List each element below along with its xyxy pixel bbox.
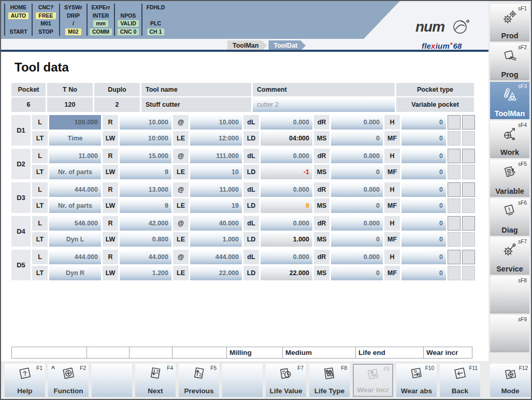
cell-label: LE <box>173 131 189 146</box>
cell-value-life-warning[interactable]: 9 <box>261 198 312 213</box>
life-value-button[interactable]: F7 Life Value <box>266 364 306 397</box>
cell-value[interactable]: 0.000 <box>331 149 383 163</box>
cell-value[interactable]: 0 <box>331 131 383 146</box>
breadcrumb-toolman[interactable]: ToolMan <box>227 40 267 51</box>
mode-button[interactable]: F12 Mode <box>490 364 530 397</box>
svg-text:D: D <box>414 369 417 373</box>
cell-label: dR <box>314 216 329 231</box>
cell-value-selected[interactable]: 100.000 <box>49 115 101 130</box>
cell-value[interactable]: 0.000 <box>331 216 383 231</box>
wear-abs-button[interactable]: F10 D Wear abs <box>396 364 437 397</box>
status-column: HOME AUTO START <box>4 4 32 36</box>
cell-value[interactable]: 10 <box>190 165 242 179</box>
cell-value[interactable]: Dyn L <box>49 232 101 247</box>
cell-value[interactable]: 444.000 <box>49 182 101 197</box>
cell-value[interactable]: 0 <box>401 250 446 264</box>
sidebar-item-variable[interactable]: sF5 Variable <box>490 160 529 197</box>
cell-value[interactable]: 0.000 <box>331 250 383 264</box>
cell-value[interactable]: 10.000 <box>190 115 242 130</box>
cell-value[interactable]: 42.000 <box>120 216 171 231</box>
cell-value[interactable]: 10:000 <box>120 131 171 146</box>
cell-value[interactable]: 0 <box>401 115 446 130</box>
cell-value[interactable]: 0 <box>331 232 383 247</box>
cell-label: LW <box>103 131 118 146</box>
cell-value[interactable]: 9 <box>120 165 171 179</box>
breadcrumb-tooldat[interactable]: ToolDat <box>268 40 306 51</box>
status-cell-ok: COMM <box>88 28 114 36</box>
cell-value[interactable]: Time <box>49 131 101 146</box>
cell-value-life-negative[interactable]: -1 <box>261 165 312 179</box>
cell-label: R <box>103 216 118 231</box>
cell-label: H <box>384 216 400 231</box>
cell-value[interactable]: 10.000 <box>120 115 171 130</box>
tool-header-table: Pocket T No Duplo Tool name Comment Pock… <box>11 83 474 111</box>
cell-value[interactable]: 546.000 <box>49 216 101 231</box>
cell-value[interactable]: 444.000 <box>49 250 101 264</box>
life-type-button[interactable]: F8 Life Type <box>309 364 350 397</box>
cell-value[interactable]: 40.000 <box>190 216 242 231</box>
cell-value[interactable]: 0 <box>401 149 446 163</box>
status-cell: EXPErr <box>88 4 114 12</box>
cell-value[interactable]: 0 <box>331 198 383 213</box>
help-button[interactable]: F1 ? Help <box>5 364 45 397</box>
cell-value[interactable]: 11.000 <box>190 182 242 197</box>
cell-value[interactable]: 0.000 <box>331 182 383 197</box>
previous-button[interactable]: F5 Previous <box>179 364 219 397</box>
cell-value[interactable]: 13.000 <box>120 182 171 197</box>
cell-label: @ <box>173 250 189 264</box>
flag-cell <box>462 182 475 197</box>
sidebar-item-prod[interactable]: sF1 Prod <box>490 4 529 41</box>
cell-value[interactable]: 444.000 <box>190 250 242 264</box>
cell-value[interactable]: 9 <box>120 198 171 213</box>
cell-value[interactable]: Dyn R <box>49 266 101 280</box>
sidebar-item-prog[interactable]: sF2 Prog <box>490 43 529 80</box>
flag-cell <box>462 266 475 280</box>
correction-group-d4: D4 L 546.000 R 42.000 @ 40.000 dL 0.000 … <box>11 216 475 247</box>
cell-value[interactable]: 0.000 <box>331 115 383 130</box>
cell-label: dL <box>243 149 259 163</box>
sidebar-item-work[interactable]: sF4 Work <box>490 121 529 158</box>
sidebar-item-diag[interactable]: sF6 ! Diag <box>490 198 529 236</box>
cell-value[interactable]: 1.200 <box>120 266 171 280</box>
cell-value[interactable]: 19 <box>190 198 242 213</box>
flag-cell <box>462 216 475 231</box>
cell-value[interactable]: 0 <box>401 165 446 179</box>
cell-value[interactable]: Nr. of parts <box>49 165 101 179</box>
cell-value-life[interactable]: 1.000 <box>261 232 312 247</box>
cell-value[interactable]: 111.000 <box>190 149 242 163</box>
sidebar-item-service[interactable]: sF7 Service <box>490 237 529 275</box>
cell-value[interactable]: 44.000 <box>120 250 171 264</box>
next-button[interactable]: F4 Next <box>135 364 176 397</box>
cell-value-life[interactable]: 04:000 <box>261 131 312 146</box>
comment-input[interactable]: cutter 2 <box>253 97 395 112</box>
cell-value[interactable]: 0 <box>401 198 446 213</box>
folder-gear-icon <box>490 367 530 382</box>
back-button[interactable]: F11 Back <box>440 364 480 397</box>
sidebar-item-toolman[interactable]: sF3 ToolMan <box>490 82 529 119</box>
cell-value[interactable]: 0 <box>401 131 446 146</box>
cell-value[interactable]: 0 <box>401 232 446 247</box>
cell-value[interactable]: 12:000 <box>190 131 242 146</box>
edit-pad-icon <box>490 47 529 66</box>
cell-value[interactable]: 0.800 <box>120 232 171 247</box>
cell-value[interactable]: Nr. of parts <box>49 198 101 213</box>
cell-value[interactable]: 11.000 <box>49 149 101 163</box>
cell-value[interactable]: 1.000 <box>190 232 242 247</box>
cell-value[interactable]: 0.000 <box>261 216 312 231</box>
cell-value[interactable]: 0 <box>331 266 383 280</box>
cell-value[interactable]: 0.000 <box>261 115 312 130</box>
cell-value[interactable]: 22.000 <box>190 266 242 280</box>
cell-value[interactable]: 15.000 <box>120 149 171 163</box>
flag-cell <box>462 198 475 213</box>
cell-value[interactable]: 0.000 <box>261 149 312 163</box>
cell-label: MS <box>314 165 329 179</box>
cell-value[interactable]: 0 <box>401 216 446 231</box>
cell-value-life[interactable]: 22.000 <box>261 266 312 280</box>
cell-value[interactable]: 0 <box>331 165 383 179</box>
cell-value[interactable]: 0.000 <box>261 250 312 264</box>
function-button[interactable]: ^ F2 Function <box>48 364 89 397</box>
cell-value[interactable]: 0.000 <box>261 182 312 197</box>
sidebar-item-label: Work <box>490 148 529 156</box>
cell-value[interactable]: 0 <box>401 266 446 280</box>
cell-value[interactable]: 0 <box>401 182 446 197</box>
